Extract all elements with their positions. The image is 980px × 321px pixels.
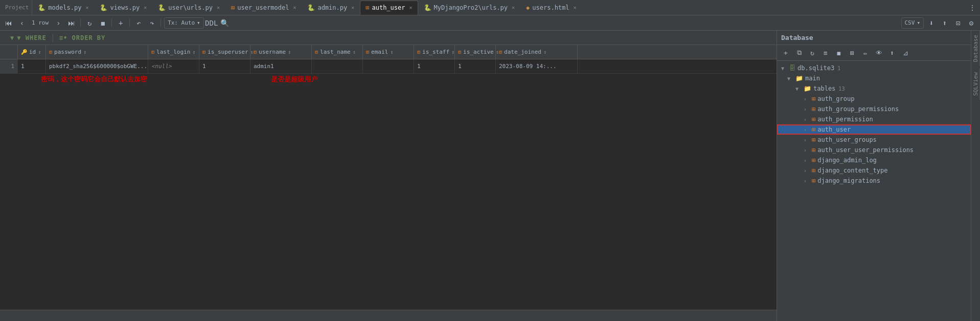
table-row[interactable]: 1 1 pbkdf2_sha256$600000$obGWE... <null>… xyxy=(0,59,777,74)
tab-admin[interactable]: 🐍 admin.py ✕ xyxy=(302,1,360,15)
chevron-down-icon: ▾ xyxy=(917,19,920,26)
db-stop-btn[interactable]: ◼ xyxy=(833,47,845,58)
chevron-down-icon: ▼ xyxy=(795,86,802,92)
tab-views[interactable]: 🐍 views.py ✕ xyxy=(94,1,152,15)
filter-icon: ▼ xyxy=(10,34,14,41)
cell-is-staff[interactable]: 1 xyxy=(414,59,455,73)
search-btn[interactable]: 🔍 xyxy=(219,17,231,29)
redo-btn[interactable]: ↷ xyxy=(146,17,157,29)
project-side-label[interactable]: Project xyxy=(2,0,32,15)
col-header-date-joined[interactable]: ⊞ date_joined ↕ xyxy=(496,45,578,59)
last-row-btn[interactable]: ⏭ xyxy=(66,17,77,29)
export-format-dropdown[interactable]: CSV ▾ xyxy=(901,17,924,29)
close-icon[interactable]: ✕ xyxy=(217,5,220,10)
tab-user-usermodel[interactable]: ⊞ user_usermodel ✕ xyxy=(225,1,302,15)
db-table-btn[interactable]: ⊞ xyxy=(847,47,858,58)
tab-models[interactable]: 🐍 models.py ✕ xyxy=(32,1,94,15)
db-export-btn[interactable]: ⬆ xyxy=(886,47,898,58)
table-icon: ⊞ xyxy=(812,126,815,133)
col-header-is-staff[interactable]: ⊞ is_staff ↕ xyxy=(414,45,455,59)
tree-item-db[interactable]: ▼ 🗄 db.sqlite3 1 xyxy=(777,63,971,73)
chevron-right-icon: › xyxy=(804,96,810,102)
col-header-last-name[interactable]: ⊞ last_name ↕ xyxy=(312,45,363,59)
row-number: 1 xyxy=(0,59,18,73)
close-icon[interactable]: ✕ xyxy=(85,5,88,10)
db-tree: ▼ 🗄 db.sqlite3 1 ▼ 📁 main ▼ 📁 tables 13 … xyxy=(777,61,971,321)
cell-password[interactable]: pbkdf2_sha256$600000$obGWE... xyxy=(46,59,148,73)
export-btn[interactable]: ⬇ xyxy=(926,17,937,29)
tab-mydjangopro2-urls[interactable]: 🐍 MyDjangoPro2\urls.py ✕ xyxy=(418,1,521,15)
tree-item-auth-group[interactable]: › ⊞ auth_group xyxy=(777,94,971,104)
col-header-last-login[interactable]: ⊞ last_login ↕ xyxy=(148,45,199,59)
sep2 xyxy=(111,19,112,27)
cell-id[interactable]: 1 xyxy=(18,59,46,73)
prev-row-btn[interactable]: ‹ xyxy=(16,17,28,29)
tree-item-auth-user-groups[interactable]: › ⊞ auth_user_groups xyxy=(777,135,971,145)
db-refresh-btn[interactable]: ↻ xyxy=(807,47,818,58)
grid-icon: ⊞ xyxy=(151,49,154,55)
first-row-btn[interactable]: ⏮ xyxy=(3,17,14,29)
undo-btn[interactable]: ↶ xyxy=(133,17,144,29)
tree-item-auth-permission[interactable]: › ⊞ auth_permission xyxy=(777,114,971,124)
tree-item-django-admin-log[interactable]: › ⊞ django_admin_log xyxy=(777,155,971,165)
col-header-password[interactable]: ⊞ password ↕ xyxy=(46,45,148,59)
import-btn[interactable]: ⬆ xyxy=(939,17,950,29)
tx-dropdown[interactable]: Tx: Auto ▾ xyxy=(164,17,204,29)
tree-item-django-migrations[interactable]: › ⊞ django_migrations xyxy=(777,176,971,186)
close-icon[interactable]: ✕ xyxy=(574,5,577,10)
table-icon: ⊞ xyxy=(812,136,815,143)
table-icon: ⊞ xyxy=(812,177,815,184)
col-header-is-superuser[interactable]: ⊞ is_superuser ↕ xyxy=(199,45,250,59)
tab-user-urls[interactable]: 🐍 user\urls.py ✕ xyxy=(152,1,225,15)
order-by-section[interactable]: ≡• ORDER BY xyxy=(53,34,111,41)
db-filter-btn[interactable]: ⊿ xyxy=(900,47,911,58)
tree-item-tables[interactable]: ▼ 📁 tables 13 xyxy=(777,83,971,94)
close-icon[interactable]: ✕ xyxy=(293,5,296,10)
tab-users-html[interactable]: ◈ users.html ✕ xyxy=(520,1,582,15)
tab-auth-user[interactable]: ⊞ auth_user ✕ xyxy=(360,1,418,15)
key-icon: 🔑 xyxy=(21,49,27,55)
next-row-btn[interactable]: › xyxy=(53,17,64,29)
cell-is-active[interactable]: 1 xyxy=(455,59,496,73)
cell-date-joined[interactable]: 2023-08-09 14:... xyxy=(496,59,578,73)
close-icon[interactable]: ✕ xyxy=(512,5,515,10)
tree-item-auth-user[interactable]: › ⊞ auth_user xyxy=(777,124,971,135)
db-add-btn[interactable]: + xyxy=(780,47,791,58)
more-tabs-icon[interactable]: ⋮ xyxy=(967,2,978,13)
py-icon: 🐍 xyxy=(100,4,107,11)
cell-is-superuser[interactable]: 1 xyxy=(199,59,250,73)
tree-item-main[interactable]: ▼ 📁 main xyxy=(777,73,971,83)
db-edit-btn[interactable]: ✏ xyxy=(860,47,871,58)
close-icon[interactable]: ✕ xyxy=(409,5,413,10)
view-toggle-btn[interactable]: ⊡ xyxy=(952,17,964,29)
schema-icon: 📁 xyxy=(795,75,803,82)
stop-btn[interactable]: ◼ xyxy=(97,17,108,29)
col-header-username[interactable]: ⊞ username ↕ xyxy=(250,45,312,59)
db-view-btn[interactable]: 👁 xyxy=(873,47,884,58)
col-header-is-active[interactable]: ⊞ is_active ↕ xyxy=(455,45,496,59)
close-icon[interactable]: ✕ xyxy=(351,5,354,10)
refresh-btn[interactable]: ↻ xyxy=(84,17,95,29)
sqleditor-side-label[interactable]: SQLView xyxy=(971,68,980,100)
db-copy-btn[interactable]: ⧉ xyxy=(793,47,805,58)
cell-email[interactable] xyxy=(363,59,414,73)
tree-item-auth-group-permissions[interactable]: › ⊞ auth_group_permissions xyxy=(777,104,971,114)
tab-bar: Project 🐍 models.py ✕ 🐍 views.py ✕ 🐍 use… xyxy=(0,0,980,15)
add-row-btn[interactable]: + xyxy=(115,17,126,29)
col-header-id[interactable]: 🔑 id ↕ xyxy=(18,45,46,59)
py-icon: 🐍 xyxy=(158,4,166,11)
settings-btn[interactable]: ⚙ xyxy=(966,17,977,29)
where-section[interactable]: ▼ ▼ WHERE xyxy=(4,34,53,41)
password-annotation: 密码，这个密码它会自己默认去加密 xyxy=(41,75,147,84)
tree-item-django-content-type[interactable]: › ⊞ django_content_type xyxy=(777,165,971,176)
col-header-email[interactable]: ⊞ email ↕ xyxy=(363,45,414,59)
tree-item-auth-user-user-permissions[interactable]: › ⊞ auth_user_user_permissions xyxy=(777,145,971,155)
grid-icon: ⊞ xyxy=(499,49,502,55)
ddl-btn[interactable]: DDL xyxy=(206,17,217,29)
close-icon[interactable]: ✕ xyxy=(144,5,147,10)
cell-last-name[interactable] xyxy=(312,59,363,73)
db-properties-btn[interactable]: ≡ xyxy=(820,47,831,58)
database-side-label[interactable]: Database xyxy=(971,31,980,66)
cell-username[interactable]: admin1 xyxy=(250,59,312,73)
cell-last-login[interactable]: <null> xyxy=(148,59,199,73)
